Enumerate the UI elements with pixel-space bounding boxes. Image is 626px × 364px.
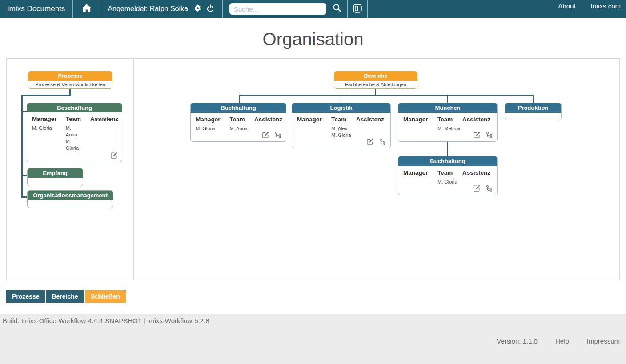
- navbar-divider: [100, 0, 100, 18]
- connector-line: [21, 175, 27, 176]
- team-column: Team M. Gloria: [437, 169, 462, 185]
- org-node-muenchen: München Manager Team M. Melman Assistenz: [398, 103, 498, 142]
- column-header: Team: [229, 116, 254, 123]
- top-navbar: Imixs Documents Angemeldet: Ralph Soika …: [0, 0, 626, 18]
- search-input[interactable]: [229, 3, 326, 15]
- connector-line: [533, 95, 534, 103]
- manager-value: M. Gloria: [196, 125, 229, 132]
- home-button[interactable]: [73, 0, 100, 18]
- org-node-organisationsmanagement: Organisationsmanagement: [27, 190, 113, 208]
- team-column: Team M. Alex M. Gloria: [331, 116, 356, 139]
- assistenz-column: Assistenz: [462, 116, 494, 132]
- help-link[interactable]: Help: [555, 337, 569, 345]
- build-info: Build: Imixs-Office-Workflow-4.4.4-SNAPS…: [3, 317, 620, 324]
- boards-button[interactable]: [353, 4, 362, 15]
- schliessen-button[interactable]: Schließen: [85, 290, 126, 303]
- org-root-prozesse[interactable]: Prozesse Prozesse & Verantwortlichkeiten: [28, 71, 112, 89]
- assistenz-column: Assistenz: [356, 116, 387, 139]
- column-header: Manager: [32, 116, 66, 122]
- team-value: M. Alex M. Gloria: [331, 125, 356, 139]
- edit-icon: [262, 133, 269, 140]
- org-node-title: München: [398, 103, 497, 113]
- column-header: Assistenz: [254, 116, 282, 123]
- prozesse-button[interactable]: Prozesse: [6, 290, 45, 303]
- connector-line: [21, 95, 71, 96]
- org-tree-button[interactable]: [379, 138, 386, 145]
- prozesse-chart-panel: Prozesse Prozesse & Verantwortlichkeiten…: [7, 59, 134, 280]
- edit-button[interactable]: [366, 138, 374, 145]
- org-root-bereiche[interactable]: Bereiche Fachbereiche & Abteilungen: [334, 71, 417, 89]
- column-header: Team: [331, 116, 356, 123]
- column-header: Manager: [196, 116, 229, 123]
- team-value: M. Melman: [437, 125, 462, 132]
- sitemap-icon: [275, 133, 282, 140]
- org-node-title: Prozesse: [28, 72, 112, 81]
- bereiche-button[interactable]: Bereiche: [46, 290, 84, 303]
- edit-icon: [366, 140, 374, 147]
- column-header: Team: [437, 116, 462, 123]
- assistenz-column: Assistenz: [462, 169, 494, 185]
- edit-button[interactable]: [473, 131, 481, 139]
- connector-line: [21, 95, 23, 198]
- org-node-beschaffung: Beschaffung Manager M. Gloria Team M. An…: [27, 103, 122, 162]
- power-icon: [206, 4, 214, 14]
- team-value: M. Anna M. Gloria: [66, 125, 90, 152]
- bereiche-chart-panel: Bereiche Fachbereiche & Abteilungen Buch…: [134, 59, 619, 280]
- connector-line: [447, 95, 448, 103]
- org-tree-button[interactable]: [486, 185, 493, 192]
- edit-icon: [110, 154, 118, 160]
- org-node-produktion: Produktion: [505, 103, 562, 120]
- search-icon: [332, 3, 342, 15]
- team-column: Team M. Melman: [437, 116, 462, 132]
- team-value: M. Anna: [229, 125, 254, 132]
- column-header: Team: [66, 116, 90, 122]
- organisation-board: Prozesse Prozesse & Verantwortlichkeiten…: [6, 58, 620, 280]
- app-title: Imixs Documents: [0, 4, 72, 13]
- gear-icon: [194, 4, 201, 13]
- org-node-subtitle: Prozesse & Verantwortlichkeiten: [28, 81, 112, 88]
- panels-icon: [353, 4, 362, 15]
- navbar-divider: [347, 0, 348, 18]
- imixs-com-link[interactable]: Imixs.com: [591, 2, 621, 10]
- org-node-empfang: Empfang: [27, 168, 83, 186]
- team-column: Team M. Anna M. Gloria: [66, 116, 90, 152]
- search-button[interactable]: [332, 3, 342, 15]
- org-node-logistik: Logistik Manager Team M. Alex M. Gloria …: [292, 103, 391, 148]
- manager-column: Manager: [297, 116, 331, 139]
- connector-line: [21, 196, 27, 198]
- org-node-title: Logistik: [292, 103, 390, 113]
- logged-in-user: Angemeldet: Ralph Soika: [108, 5, 188, 13]
- manager-column: Manager M. Gloria: [196, 116, 229, 132]
- edit-button[interactable]: [110, 152, 118, 159]
- navbar-divider: [222, 0, 223, 18]
- settings-button[interactable]: [194, 4, 201, 13]
- org-tree-button[interactable]: [486, 132, 493, 139]
- org-node-title: Produktion: [505, 103, 561, 113]
- about-link[interactable]: About: [558, 2, 575, 10]
- column-header: Manager: [403, 169, 437, 176]
- assistenz-column: Assistenz: [90, 116, 118, 152]
- org-node-buchhaltung: Buchhaltung Manager M. Gloria Team M. An…: [190, 103, 286, 142]
- top-links: About Imixs.com: [558, 0, 626, 10]
- column-header: Manager: [403, 116, 437, 123]
- page-title: Organisation: [0, 29, 626, 49]
- edit-icon: [473, 133, 481, 140]
- sitemap-icon: [486, 133, 493, 140]
- org-node-title: Buchhaltung: [191, 103, 286, 113]
- logout-button[interactable]: [206, 4, 214, 14]
- connector-line: [239, 95, 534, 96]
- connector-line: [447, 142, 448, 156]
- impressum-link[interactable]: Impressum: [587, 337, 620, 345]
- org-node-title: Empfang: [28, 168, 83, 178]
- org-node-title: Beschaffung: [27, 103, 122, 112]
- page-footer: Build: Imixs-Office-Workflow-4.4.4-SNAPS…: [0, 314, 626, 364]
- org-tree-button[interactable]: [275, 132, 282, 139]
- org-node-title: Organisationsmanagement: [28, 191, 113, 200]
- edit-button[interactable]: [473, 184, 481, 192]
- manager-column: Manager M. Gloria: [32, 116, 66, 152]
- column-header: Assistenz: [462, 116, 494, 123]
- column-header: Assistenz: [90, 116, 118, 122]
- manager-value: M. Gloria: [32, 125, 66, 132]
- edit-button[interactable]: [262, 131, 269, 139]
- sitemap-icon: [486, 187, 493, 193]
